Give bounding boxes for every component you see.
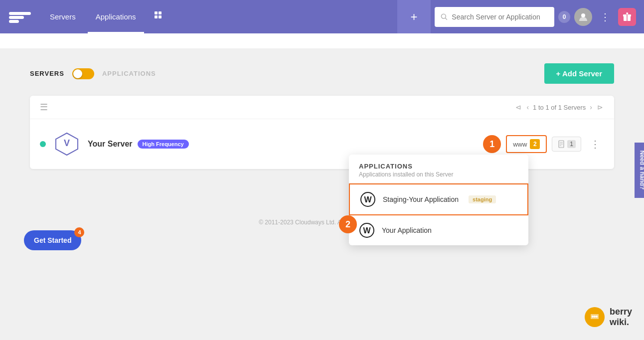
- toggle-switch[interactable]: [72, 68, 94, 79]
- svg-point-9: [581, 13, 585, 17]
- app-item-2[interactable]: W Your Application: [349, 215, 528, 245]
- wordpress-icon-1: W: [360, 191, 376, 207]
- next-page-icon[interactable]: ›: [589, 103, 593, 111]
- svg-rect-1: [9, 16, 24, 19]
- server-actions: 1 www 2 1 ⋮: [483, 135, 604, 153]
- apps-dropdown-header: APPLICATIONS Applications installed on t…: [349, 155, 528, 183]
- pagination-bar: ☰ ⊲ ‹ 1 to 1 of 1 Servers › ⊳: [30, 96, 614, 119]
- pagination-text: 1 to 1 of 1 Servers: [533, 104, 586, 111]
- svg-rect-5: [155, 15, 158, 18]
- get-started-badge: 4: [74, 227, 84, 237]
- add-server-button[interactable]: + Add Server: [544, 63, 614, 84]
- search-icon: [441, 13, 448, 21]
- svg-rect-3: [155, 11, 158, 14]
- step2-badge: 2: [339, 215, 357, 233]
- svg-rect-0: [9, 12, 31, 15]
- app-item-1[interactable]: W Staging-Your Application staging: [349, 183, 528, 215]
- apps-dropdown-subtitle: Applications installed on this Server: [359, 171, 518, 178]
- prev-page-icon[interactable]: ‹: [525, 103, 530, 111]
- need-hand-tab[interactable]: Need a hand?: [635, 143, 644, 198]
- toggle-bar: SERVERS APPLICATIONS + Add Server: [30, 63, 614, 84]
- apps-dropdown-title: APPLICATIONS: [359, 163, 518, 170]
- server-name-wrapper: Your Server High Frequency: [88, 140, 189, 149]
- www-count-badge: 2: [530, 139, 540, 149]
- last-page-icon[interactable]: ⊳: [596, 103, 604, 111]
- search-wrapper: [435, 7, 554, 27]
- logo[interactable]: [8, 8, 32, 26]
- wordpress-icon-2: W: [359, 222, 375, 238]
- navbar: Servers Applications + 0 ⋮: [0, 0, 644, 33]
- svg-point-25: [596, 316, 598, 318]
- svg-text:W: W: [364, 195, 372, 204]
- filter-icon[interactable]: ☰: [40, 102, 48, 113]
- search-input[interactable]: [452, 13, 548, 21]
- sub-nav-bar: [0, 33, 644, 48]
- avatar[interactable]: [574, 8, 592, 26]
- app-name-2: Your Application: [382, 226, 432, 234]
- main-content: SERVERS APPLICATIONS + Add Server ☰ ⊲ ‹ …: [0, 48, 644, 169]
- more-button[interactable]: ⋮: [586, 136, 604, 152]
- server-logo: V: [54, 131, 80, 157]
- servers-tab-label[interactable]: SERVERS: [30, 70, 64, 77]
- svg-rect-4: [159, 11, 161, 14]
- staging-badge: staging: [469, 195, 496, 203]
- berrywiki-branding: berry wiki.: [585, 307, 632, 328]
- file-button[interactable]: 1: [552, 137, 581, 152]
- add-button[interactable]: +: [397, 0, 431, 33]
- footer: © 2011-2023 Cloudways Ltd. All rights re…: [0, 209, 644, 236]
- get-started-wrapper: Get Started 4: [12, 275, 69, 295]
- svg-line-8: [445, 18, 447, 19]
- svg-rect-2: [9, 20, 19, 23]
- nav-applications[interactable]: Applications: [88, 0, 144, 33]
- apps-dropdown: APPLICATIONS Applications installed on t…: [349, 155, 528, 245]
- svg-point-23: [592, 316, 594, 318]
- hf-badge: High Frequency: [138, 140, 189, 149]
- applications-tab-label[interactable]: APPLICATIONS: [102, 70, 156, 77]
- app-name-1: Staging-Your Application: [383, 195, 459, 203]
- svg-rect-6: [159, 15, 161, 18]
- svg-point-24: [594, 316, 596, 318]
- notification-badge[interactable]: 0: [558, 11, 570, 23]
- server-status-dot: [40, 141, 46, 147]
- file-count: 1: [567, 140, 576, 148]
- first-page-icon[interactable]: ⊲: [514, 103, 522, 111]
- more-dots[interactable]: ⋮: [596, 9, 614, 25]
- step1-badge: 1: [483, 135, 501, 153]
- nav-servers[interactable]: Servers: [42, 0, 84, 33]
- berrywiki-bubble: [585, 307, 605, 327]
- svg-text:V: V: [64, 138, 70, 148]
- server-name: Your Server High Frequency: [88, 140, 189, 149]
- get-started-button[interactable]: Get Started 4: [24, 230, 81, 250]
- www-button[interactable]: www 2: [506, 135, 547, 153]
- file-icon: [557, 140, 565, 148]
- berrywiki-text: berry wiki.: [610, 307, 632, 328]
- grid-icon[interactable]: [150, 7, 168, 27]
- gift-icon[interactable]: [618, 8, 636, 26]
- svg-text:W: W: [363, 226, 371, 235]
